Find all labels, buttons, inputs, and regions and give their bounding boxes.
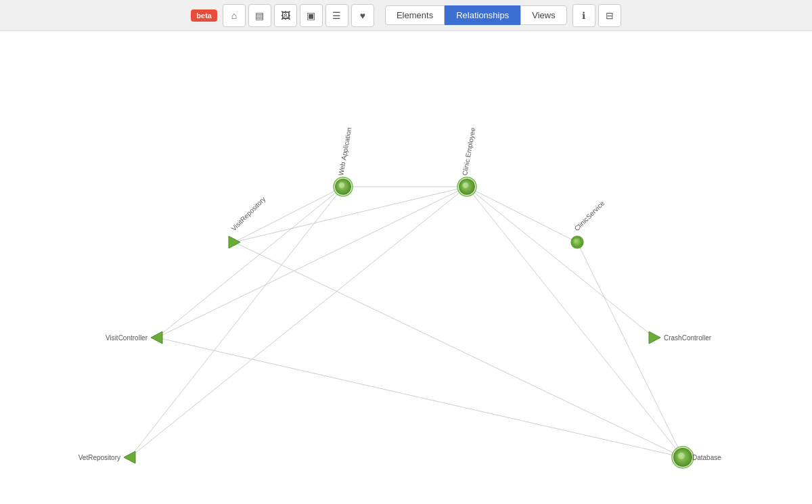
layers-button[interactable]: ▤ bbox=[248, 4, 271, 27]
box-button[interactable]: ▣ bbox=[300, 4, 323, 27]
toolbar: beta ⌂ ▤ 🖼 ▣ ☰ ♥ Elements Relationships … bbox=[0, 0, 812, 31]
nav-tabs: Elements Relationships Views bbox=[385, 5, 567, 25]
export-button[interactable]: ⊟ bbox=[598, 4, 621, 27]
heart-button[interactable]: ♥ bbox=[351, 4, 374, 27]
home-button[interactable]: ⌂ bbox=[223, 4, 246, 27]
list-button[interactable]: ☰ bbox=[325, 4, 348, 27]
tab-elements[interactable]: Elements bbox=[385, 5, 445, 25]
graph-canvas bbox=[0, 31, 812, 504]
tab-relationships[interactable]: Relationships bbox=[445, 5, 520, 25]
info-button[interactable]: ℹ bbox=[572, 4, 595, 27]
beta-badge: beta bbox=[191, 9, 217, 22]
toolbar-right: ℹ ⊟ bbox=[572, 4, 621, 27]
tab-views[interactable]: Views bbox=[520, 5, 566, 25]
image-button[interactable]: 🖼 bbox=[274, 4, 297, 27]
